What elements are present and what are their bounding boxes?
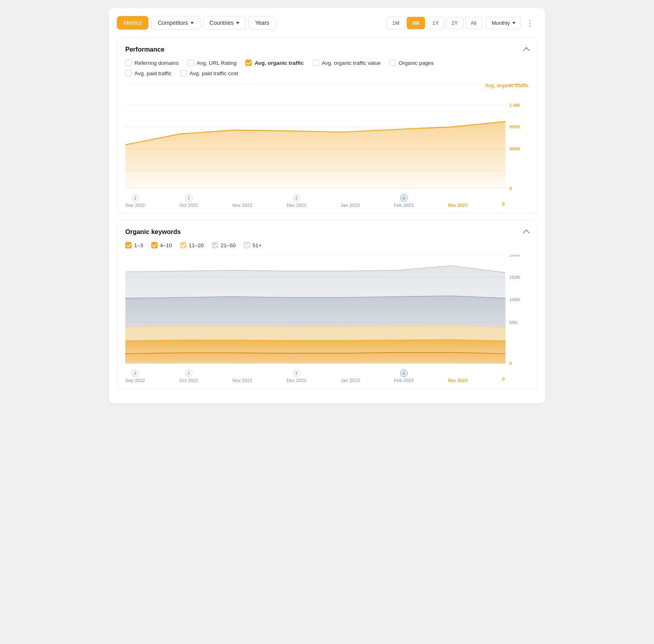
avg-url-rating-checkbox[interactable]: Avg. URL Rating [187,60,237,66]
organic-keywords-title: Organic keywords [125,228,181,236]
kw-4-10-checkbox[interactable]: 4–10 [151,242,172,248]
kw-oct2022-badge: 2 [185,370,193,377]
y-label-900k: 900K [510,124,521,129]
performance-chart-svg: 1.8M 1.4M 900K 450K 0 [125,84,529,192]
metrics-tab[interactable]: Metrics [117,16,148,30]
kw-11-20-checkbox[interactable]: 11–20 [180,242,204,248]
countries-dropdown-icon [236,22,239,24]
kw-y-100k: 100K [510,297,520,302]
performance-title: Performance [125,46,165,53]
competitors-tab[interactable]: Competitors [151,16,200,30]
keywords-x-zero: 0 [502,376,505,383]
kw-y-200k: 200K [510,255,520,257]
x-label-dec2022: 2 Dec 2022 [287,194,306,208]
time-all-btn[interactable]: All [465,17,482,29]
main-container: Metrics Competitors Countries Years 1M 6… [109,8,545,403]
kw-4-10-box [151,242,158,248]
organic-keywords-header: Organic keywords [125,228,529,236]
kw-11-20-box [180,242,187,248]
kw-x-label-dec2022: 2 Dec 2022 [287,370,306,383]
dec2022-badge: 2 [293,194,300,202]
sep2022-badge: 2 [132,194,139,202]
kw-x-label-mar2023: Mar 2023 [448,370,467,383]
x-label-nov2022: Nov 2022 [233,194,252,208]
kw-21-50-checkbox[interactable]: 21–50 [212,242,236,248]
x-label-mar2023: Mar 2023 [448,194,467,208]
organic-keywords-section: Organic keywords 1–3 4–10 11–20 21–50 [117,220,537,389]
performance-checkboxes-row2: Avg. paid traffic Avg. paid traffic cost [125,70,529,76]
organic-pages-checkbox[interactable]: Organic pages [389,60,434,66]
kw-1-3-checkbox[interactable]: 1–3 [125,242,143,248]
avg-organic-traffic-checkbox-box [245,60,252,66]
oct2022-badge: 2 [185,194,193,202]
x-label-sep2022: 2 Sep 2022 [125,194,145,208]
kw-21-50-box [212,242,218,248]
time-1y-btn[interactable]: 1Y [427,17,444,29]
keywords-chart-area: 200K 150K 100K 50K 0 [125,255,529,383]
kw-x-label-jan2023: Jan 2023 [341,370,359,383]
kw-51-checkbox[interactable]: 51+ [244,242,262,248]
referring-domains-checkbox[interactable]: Referring domains [125,60,179,66]
monthly-dropdown[interactable]: Monthly [486,17,521,29]
time-6m-btn[interactable]: 6M [407,17,425,29]
avg-organic-traffic-checkbox[interactable]: Avg. organic traffic [245,60,304,66]
kw-y-50k: 50K [510,320,518,325]
monthly-dropdown-icon [512,22,516,24]
performance-header: Performance [125,46,529,53]
avg-organic-value-checkbox[interactable]: Avg. organic traffic value [313,60,381,66]
performance-section: Performance Referring domains Avg. URL R… [117,38,537,214]
performance-x-axis: 2 Sep 2022 2 Oct 2022 Nov 2022 2 Dec 202… [125,192,529,208]
y-label-0: 0 [510,186,512,191]
performance-x-zero: 0 [502,201,505,208]
performance-collapse-icon[interactable] [523,47,530,54]
kw-51-box [244,242,250,248]
avg-paid-cost-checkbox[interactable]: Avg. paid traffic cost [181,70,238,76]
years-tab[interactable]: Years [249,16,276,30]
toolbar-right: 1M 6M 1Y 2Y All Monthly ⋮ [387,16,537,29]
keywords-x-axis: 2 Sep 2022 2 Oct 2022 Nov 2022 2 Dec 202… [125,367,529,383]
organic-keywords-collapse-icon[interactable] [523,230,530,236]
kw-1-3-box [125,242,132,248]
toolbar: Metrics Competitors Countries Years 1M 6… [117,16,537,30]
competitors-dropdown-icon [191,22,194,24]
kw-sep2022-badge: 2 [132,370,139,377]
time-1m-btn[interactable]: 1M [387,17,405,29]
performance-checkboxes-row1: Referring domains Avg. URL Rating Avg. o… [125,60,529,66]
keywords-chart-svg: 200K 150K 100K 50K 0 [125,255,529,367]
avg-paid-traffic-checkbox[interactable]: Avg. paid traffic [125,70,172,76]
kw-x-label-feb2023: G Feb 2023 [394,370,413,383]
kw-feb2023-badge: G [400,370,407,377]
kw-y-0: 0 [510,361,512,366]
kw-x-label-oct2022: 2 Oct 2022 [179,370,198,383]
kw-x-label-nov2022: Nov 2022 [233,370,252,383]
feb2023-badge: G [400,194,407,202]
organic-pages-checkbox-box [389,60,396,66]
kw-dec2022-badge: 2 [293,370,300,377]
avg-paid-traffic-checkbox-box [125,70,132,76]
kw-y-150k: 150K [510,274,520,280]
x-label-feb2023: G Feb 2023 [394,194,413,208]
performance-chart-label: Avg. organic traffic [485,83,529,88]
avg-organic-value-checkbox-box [313,60,319,66]
kw-x-label-sep2022: 2 Sep 2022 [125,370,145,383]
referring-domains-checkbox-box [125,60,132,66]
y-label-1m4: 1.4M [510,102,520,108]
performance-chart-area: Avg. organic traffic [125,84,529,208]
avg-paid-cost-checkbox-box [181,70,187,76]
kw-1-3-area [125,353,506,364]
avg-url-rating-checkbox-box [187,60,194,66]
toolbar-left: Metrics Competitors Countries Years [117,16,276,30]
time-2y-btn[interactable]: 2Y [446,17,463,29]
keyword-checkboxes-row: 1–3 4–10 11–20 21–50 51+ [125,242,529,248]
x-label-oct2022: 2 Oct 2022 [179,194,198,208]
y-label-450k: 450K [510,146,521,151]
countries-tab[interactable]: Countries [203,16,246,30]
more-options-button[interactable]: ⋮ [523,16,537,29]
x-label-jan2023: Jan 2023 [341,194,359,208]
